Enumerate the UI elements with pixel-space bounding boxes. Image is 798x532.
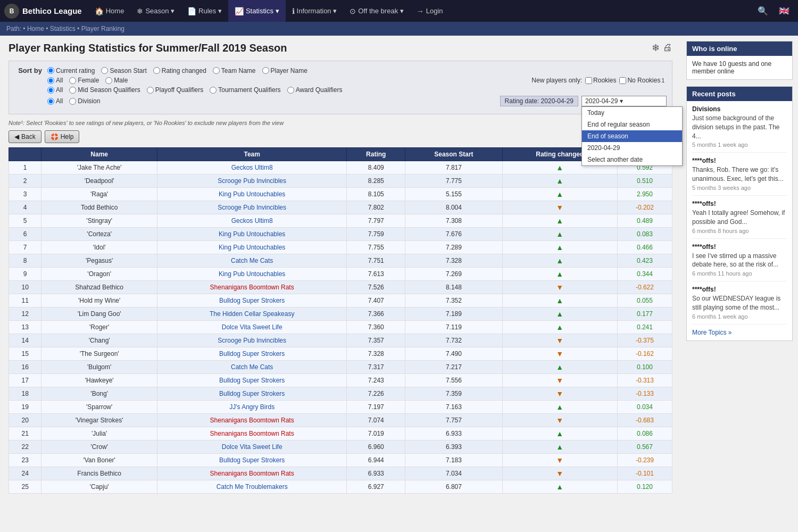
cell-team[interactable]: Scrooge Pub Invincibles <box>157 174 346 188</box>
date-option-end-season[interactable]: End of season <box>582 130 682 142</box>
cell-team[interactable]: Bulldog Super Strokers <box>157 454 346 467</box>
radio-current-rating[interactable]: Current rating <box>47 67 95 74</box>
cell-team[interactable]: Shenanigans Boomtown Rats <box>157 467 346 480</box>
no-rookies-checkbox-label[interactable]: No Rookies1 <box>619 77 664 84</box>
no-rookies-checkbox[interactable] <box>619 77 626 84</box>
radio-all-div[interactable]: All <box>47 97 63 105</box>
cell-name[interactable]: 'The Surgeon' <box>41 347 157 361</box>
nav-off-break[interactable]: ⊙ Off the break ▾ <box>343 0 410 22</box>
cell-team[interactable]: King Pub Untouchables <box>157 241 346 254</box>
date-option-today[interactable]: Today <box>582 107 682 119</box>
cell-name[interactable]: 'Oragon' <box>41 268 157 281</box>
cell-name[interactable]: 'Raga' <box>41 188 157 201</box>
radio-tournament[interactable]: Tournament Qualifiers <box>210 86 280 94</box>
more-topics-link[interactable]: More Topics » <box>692 329 732 336</box>
cell-name[interactable]: 'Bong' <box>41 387 157 401</box>
site-logo[interactable]: B Bethico League <box>4 4 82 19</box>
radio-rating-changed[interactable]: Rating changed <box>153 67 206 74</box>
rookies-checkbox-label[interactable]: Rookies <box>585 77 616 84</box>
cell-name[interactable]: 'Lim Dang Goo' <box>41 307 157 321</box>
cell-name[interactable]: Shahzad Bethico <box>41 281 157 294</box>
radio-mid-season[interactable]: Mid Season Qualifiers <box>69 86 140 94</box>
radio-player-name[interactable]: Player Name <box>262 67 307 74</box>
cell-team[interactable]: Catch Me Cats <box>157 254 346 268</box>
radio-all-gender[interactable]: All <box>47 77 63 84</box>
nav-home[interactable]: 🏠 Home <box>88 0 131 22</box>
cell-team[interactable]: Dolce Vita Sweet Life <box>157 321 346 334</box>
nav-rules[interactable]: 📄 Rules ▾ <box>181 0 228 22</box>
cell-name[interactable]: 'Pegasus' <box>41 254 157 268</box>
cell-team[interactable]: Bulldog Super Strokers <box>157 387 346 401</box>
cell-team[interactable]: Shenanigans Boomtown Rats <box>157 414 346 427</box>
cell-team[interactable]: Geckos Ultim8 <box>157 214 346 228</box>
radio-all-qualifier[interactable]: All <box>47 86 63 94</box>
radio-female[interactable]: Female <box>69 77 99 84</box>
rookies-checkbox[interactable] <box>585 77 592 84</box>
date-option-end-regular[interactable]: End of regular season <box>582 119 682 130</box>
cell-team[interactable]: Catch Me Cats <box>157 361 346 374</box>
radio-division[interactable]: Division <box>69 97 100 105</box>
cell-name[interactable]: 'Deadpool' <box>41 174 157 188</box>
back-button[interactable]: ◀ Back <box>9 130 41 143</box>
cell-team[interactable]: Shenanigans Boomtown Rats <box>157 281 346 294</box>
post-title[interactable]: Divisions <box>692 105 787 113</box>
post-title[interactable]: ****offs! <box>692 157 787 164</box>
nav-statistics[interactable]: 📈 Statistics ▾ <box>228 0 286 22</box>
cell-name[interactable]: 'Idol' <box>41 241 157 254</box>
cell-name[interactable]: 'Roger' <box>41 321 157 334</box>
help-button[interactable]: 🛟 Help <box>45 130 80 143</box>
cell-name[interactable]: 'Van Boner' <box>41 454 157 467</box>
date-select-box[interactable]: 2020-04-29 ▾ <box>581 96 667 106</box>
cell-name[interactable]: 'Sparrow' <box>41 401 157 414</box>
cell-team[interactable]: Scrooge Pub Invincibles <box>157 334 346 347</box>
cell-name[interactable]: 'Stingray' <box>41 214 157 228</box>
cell-name[interactable]: 'Corteza' <box>41 228 157 241</box>
cell-team[interactable]: JJ's Angry Birds <box>157 401 346 414</box>
cell-team[interactable]: King Pub Untouchables <box>157 268 346 281</box>
date-option-select-another[interactable]: Select another date <box>582 154 682 165</box>
cell-team[interactable]: Shenanigans Boomtown Rats <box>157 427 346 440</box>
cell-team[interactable]: Catch Me Troublemakers <box>157 480 346 494</box>
cell-team[interactable]: Bulldog Super Strokers <box>157 347 346 361</box>
post-title[interactable]: ****offs! <box>692 200 787 207</box>
nav-login[interactable]: → Login <box>410 0 450 22</box>
post-title[interactable]: ****offs! <box>692 286 787 293</box>
cell-name[interactable]: 'Hawkeye' <box>41 374 157 387</box>
cell-team[interactable]: Dolce Vita Sweet Life <box>157 440 346 454</box>
cell-team[interactable]: King Pub Untouchables <box>157 228 346 241</box>
cell-name[interactable]: 'Crow' <box>41 440 157 454</box>
flag-icon[interactable]: 🇬🇧 <box>775 6 794 16</box>
cell-team[interactable]: Bulldog Super Strokers <box>157 374 346 387</box>
cell-name[interactable]: 'Hold my Wine' <box>41 294 157 307</box>
nav-statistics-label: Statistics ▾ <box>246 7 279 15</box>
radio-award[interactable]: Award Qualifiers <box>287 86 343 94</box>
date-option-date[interactable]: 2020-04-29 <box>582 142 682 154</box>
cell-name[interactable]: 'Chang' <box>41 334 157 347</box>
radio-team-name[interactable]: Team Name <box>213 67 256 74</box>
cell-name[interactable]: 'Bulgom' <box>41 361 157 374</box>
cell-team[interactable]: Bulldog Super Strokers <box>157 294 346 307</box>
radio-season-start[interactable]: Season Start <box>101 67 146 74</box>
post-title[interactable]: ****offs! <box>692 243 787 251</box>
cell-name[interactable]: 'Capju' <box>41 480 157 494</box>
print-icon[interactable]: 🖨 <box>663 42 672 54</box>
cell-name[interactable]: Todd Bethico <box>41 201 157 214</box>
nav-season[interactable]: ❄ Season ▾ <box>130 0 181 22</box>
nav-information[interactable]: ℹ Information ▾ <box>286 0 344 22</box>
cell-arrow: ▲ <box>502 241 617 254</box>
radio-male[interactable]: Male <box>105 77 128 84</box>
cell-name[interactable]: 'Julia' <box>41 427 157 440</box>
table-row: 23 'Van Boner' Bulldog Super Strokers 6.… <box>9 454 672 467</box>
snowflake-icon[interactable]: ❄ <box>652 42 660 54</box>
cell-team[interactable]: Geckos Ultim8 <box>157 161 346 174</box>
search-icon[interactable]: 🔍 <box>753 6 772 16</box>
cell-name[interactable]: 'Jake The Ache' <box>41 161 157 174</box>
cell-team[interactable]: The Hidden Cellar Speakeasy <box>157 307 346 321</box>
arrow-down-icon: ▼ <box>556 456 563 464</box>
radio-playoff[interactable]: Playoff Qualifiers <box>147 86 204 94</box>
cell-name[interactable]: Francis Bethico <box>41 467 157 480</box>
cell-team[interactable]: King Pub Untouchables <box>157 188 346 201</box>
date-dropdown-wrapper[interactable]: 2020-04-29 ▾ Today End of regular season… <box>581 96 667 106</box>
cell-name[interactable]: 'Vinegar Strokes' <box>41 414 157 427</box>
cell-team[interactable]: Scrooge Pub Invincibles <box>157 201 346 214</box>
